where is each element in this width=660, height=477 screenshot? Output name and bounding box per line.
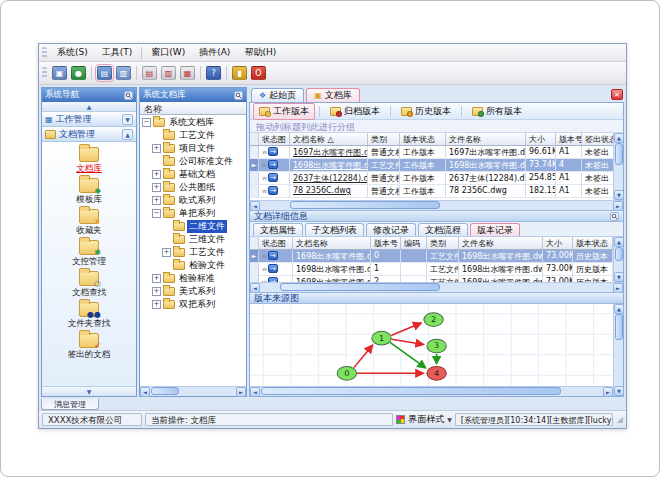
scroll-left-icon[interactable]: ◄	[250, 201, 260, 210]
version-filter-所有版本[interactable]: 所有版本	[466, 103, 528, 120]
scrollbar-thumb[interactable]	[261, 387, 561, 395]
column-header-文档名称[interactable]: 文档名称 △	[290, 133, 368, 145]
document-link[interactable]: 2637主体(12284).dwg	[293, 174, 368, 183]
expand-plus-icon[interactable]: +	[152, 170, 161, 179]
document-link[interactable]: 78 2356C.dwg	[293, 186, 351, 195]
column-header-状态图[interactable]: 状态图	[259, 133, 290, 145]
menu-system[interactable]: 系统(S)	[50, 44, 95, 61]
globe-icon[interactable]: ●	[71, 66, 86, 80]
tree-node-二维文件[interactable]: 二维文件	[140, 220, 246, 233]
scrollbar-thumb[interactable]	[151, 387, 179, 395]
menu-help[interactable]: 帮助(H)	[237, 44, 283, 61]
doc-checkout-icon[interactable]: ▥	[161, 66, 176, 80]
sidebar-section-work[interactable]: ▦ 工作管理 ▼	[42, 112, 136, 127]
scroll-right-icon[interactable]: ►	[236, 387, 246, 397]
column-header-类别[interactable]: 类别	[368, 133, 400, 145]
help-icon[interactable]: ?	[206, 66, 221, 80]
column-header-大小[interactable]: 大小	[526, 133, 556, 145]
tab-document-library[interactable]: ▣ 文档库	[306, 88, 360, 102]
graph-horizontal-scrollbar[interactable]: ◄ ►	[250, 386, 613, 396]
column-header-状态图[interactable]: 状态图	[259, 237, 293, 249]
version-node-4[interactable]: 4	[427, 366, 446, 380]
version-filter-工作版本[interactable]: 工作版本	[253, 103, 315, 120]
version-filter-历史版本[interactable]: 历史版本	[395, 103, 457, 120]
scroll-left-icon[interactable]: ◄	[140, 387, 150, 397]
library-view-icon[interactable]: ▥	[116, 66, 131, 80]
tree-node-公司标准文件[interactable]: 公司标准文件	[140, 155, 246, 168]
grid2-vertical-scrollbar[interactable]: ▲ ▼	[613, 237, 623, 282]
version-node-1[interactable]: 1	[372, 331, 391, 345]
scroll-up-icon[interactable]: ▲	[614, 304, 624, 314]
tree-node-欧式系列[interactable]: +欧式系列	[140, 194, 246, 207]
tree-node-工艺文件[interactable]: +工艺文件	[140, 246, 246, 259]
menu-plugins[interactable]: 插件(A)	[192, 44, 237, 61]
table-row[interactable]: ►w→1698出水嘴零件图.dwg0工艺文件1698出水嘴零件图.dwg73.0…	[250, 250, 613, 263]
scroll-down-icon[interactable]: ▼	[614, 386, 624, 396]
document-link[interactable]: 1697出水嘴零件图.dwg	[293, 148, 368, 157]
table-row[interactable]: w→1697出水嘴零件图.dwg普通文档工作版本1697出水嘴零件图.dwg96…	[250, 146, 613, 159]
sidebar-item-文档查找[interactable]: ○文档查找	[72, 271, 106, 299]
pin-icon[interactable]	[234, 91, 243, 100]
detail-tab-文档属性[interactable]: 文档属性	[253, 223, 303, 236]
detail-tab-修改记录[interactable]: 修改记录	[366, 223, 416, 236]
scroll-up-icon[interactable]: ▲	[614, 133, 623, 143]
expand-plus-icon[interactable]: +	[152, 287, 161, 296]
menu-window[interactable]: 窗口(W)	[144, 44, 192, 61]
sidebar-section-document[interactable]: 文档管理 ▲	[42, 127, 136, 142]
expand-plus-icon[interactable]: +	[152, 196, 161, 205]
tab-message-management[interactable]: 消息管理	[41, 399, 99, 410]
sidebar-item-收藏夹[interactable]: ★收藏夹	[76, 209, 102, 237]
tree-node-基础文档[interactable]: +基础文档	[140, 168, 246, 181]
column-header-版本号[interactable]: 版本号	[556, 133, 582, 145]
column-header-类别[interactable]: 类别	[427, 237, 459, 249]
pin-icon[interactable]	[610, 212, 619, 221]
sidebar-expand-strip[interactable]: ▼	[42, 386, 136, 396]
tree-node-三维文件[interactable]: 三维文件	[140, 233, 246, 246]
tree-node-项目文件[interactable]: +项目文件	[140, 142, 246, 155]
tree-node-公共图纸[interactable]: +公共图纸	[140, 181, 246, 194]
interface-style-picker[interactable]: 界面样式 ▼	[396, 413, 452, 426]
table-row[interactable]: w→78 2356C.dwg普通文档工作版本78 2356C.dwg182.15…	[250, 185, 613, 198]
detail-tab-子文档列表[interactable]: 子文档列表	[305, 223, 364, 236]
tree-column-header[interactable]: 名称	[140, 102, 246, 115]
scroll-up-icon[interactable]: ▲	[614, 237, 623, 247]
tree-node-双把系列[interactable]: +双把系列	[140, 298, 246, 311]
tree-node-系统文档库[interactable]: −系统文档库	[140, 116, 246, 129]
sidebar-item-文控管理[interactable]: ✱文控管理	[72, 240, 106, 268]
column-header-版本状态[interactable]: 版本状态	[400, 133, 446, 145]
close-icon[interactable]: ✕	[611, 89, 623, 100]
table-row[interactable]: w→1698出水嘴零件图.dwg1工艺文件1698出水嘴零件图.dwg73.00…	[250, 263, 613, 276]
scroll-left-icon[interactable]: ◄	[250, 387, 260, 397]
scroll-down-icon[interactable]: ▼	[614, 190, 623, 200]
resize-grip[interactable]: ◢	[617, 415, 623, 424]
expand-plus-icon[interactable]: +	[152, 144, 161, 153]
column-header-文件名称[interactable]: 文件名称	[459, 237, 543, 249]
tree-node-检验标准[interactable]: +检验标准	[140, 272, 246, 285]
logout-icon[interactable]: O	[251, 66, 266, 80]
tree-horizontal-scrollbar[interactable]: ◄ ►	[140, 386, 246, 396]
detail-tab-版本记录[interactable]: 版本记录	[470, 223, 520, 236]
scrollbar-thumb[interactable]	[615, 247, 623, 261]
grid2-horizontal-scrollbar[interactable]: ◄ ►	[250, 282, 623, 292]
column-header-编码[interactable]: 编码	[401, 237, 427, 249]
sidebar-collapse-strip[interactable]: ▲	[42, 102, 136, 112]
sidebar-item-文档库[interactable]: 文档库	[76, 147, 102, 175]
scrollbar-thumb[interactable]	[290, 201, 440, 209]
sidebar-item-模板库[interactable]: ◆模板库	[76, 178, 102, 206]
column-header-大小[interactable]: 大小	[543, 237, 573, 249]
scroll-right-icon[interactable]: ►	[613, 283, 623, 292]
grid1-vertical-scrollbar[interactable]: ▲ ▼	[613, 133, 623, 200]
document-link[interactable]: 1698出水嘴零件图.dwg	[293, 161, 368, 170]
version-node-3[interactable]: 3	[427, 339, 446, 353]
sidebar-item-文件夹查找[interactable]: ●●文件夹查找	[68, 302, 111, 330]
column-header-版本状态[interactable]: 版本状态	[573, 237, 613, 249]
pin-icon[interactable]	[124, 91, 133, 100]
scroll-left-icon[interactable]: ◄	[250, 283, 260, 292]
chevron-up-icon[interactable]: ▲	[122, 129, 133, 140]
scrollbar-thumb[interactable]	[615, 143, 623, 165]
table-row[interactable]: ►w→1698出水嘴零件图.dwg工艺文件工作版本1698出水嘴零件图.dwg7…	[250, 159, 613, 172]
scrollbar-thumb[interactable]	[615, 314, 623, 340]
collapse-minus-icon[interactable]: −	[152, 209, 161, 218]
grid1-horizontal-scrollbar[interactable]: ◄ ►	[250, 200, 623, 210]
sidebar-item-签出的文档[interactable]: ✓签出的文档	[68, 333, 111, 361]
